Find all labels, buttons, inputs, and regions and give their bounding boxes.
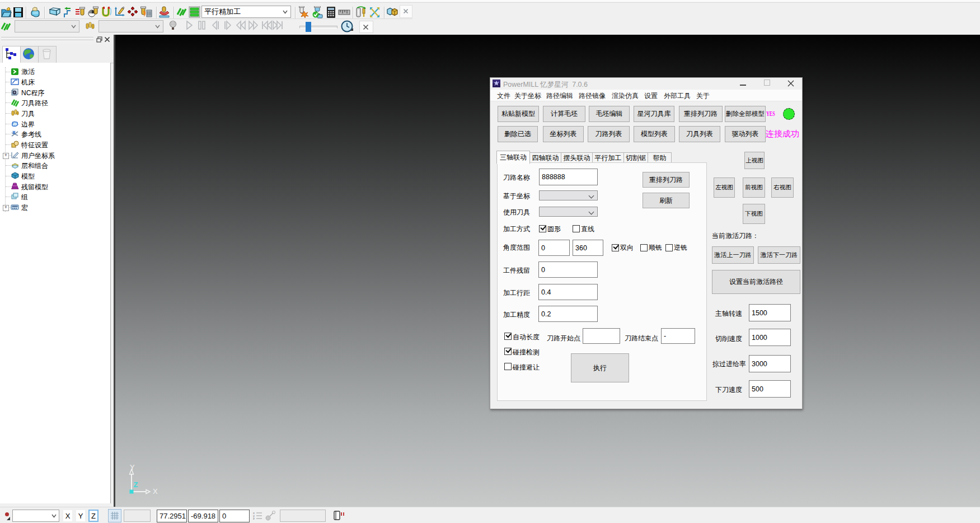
svg-text:z: z	[253, 517, 255, 520]
svg-text:X: X	[153, 487, 158, 496]
svg-text:Y: Y	[130, 465, 135, 471]
svg-text:Z: Z	[134, 480, 138, 489]
